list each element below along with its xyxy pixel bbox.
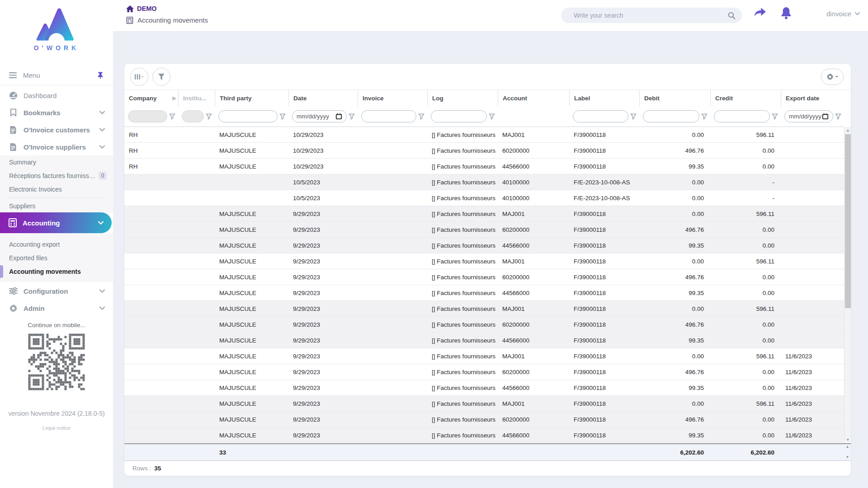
table-row[interactable]: MAJUSCULE9/29/2023[] Factures fournisseu… (124, 269, 844, 285)
export-date-filter-input[interactable]: mm/dd/yyyy (784, 110, 833, 122)
search-icon[interactable] (728, 12, 736, 19)
table-row[interactable]: MAJUSCULE9/29/2023[] Factures fournisseu… (124, 301, 844, 317)
menu-toggle[interactable]: Menu (0, 66, 113, 84)
column-header-label[interactable]: Label (569, 90, 639, 106)
funnel-icon[interactable] (418, 113, 425, 120)
sidebar-item-dashboard[interactable]: Dashboard (0, 87, 113, 104)
cell-third-party: MAJUSCULE (215, 127, 288, 142)
scroll-down-icon[interactable]: ▼ (844, 436, 851, 443)
table-row[interactable]: MAJUSCULE9/29/2023[] Factures fournisseu… (124, 317, 844, 333)
sidebar-item-suppliers[interactable]: Suppliers (0, 199, 113, 213)
sidebar-item-receptions-factures[interactable]: Réceptions factures fournisseurs 0 (0, 169, 113, 183)
calendar-icon[interactable] (335, 113, 342, 120)
funnel-icon[interactable] (835, 113, 841, 120)
column-header-debit[interactable]: Debit (639, 90, 710, 106)
table-row[interactable]: MAJUSCULE9/29/2023[] Factures fournisseu… (124, 396, 844, 412)
table-row[interactable]: MAJUSCULE9/29/2023[] Factures fournisseu… (124, 253, 844, 269)
credit-filter-input[interactable] (714, 110, 770, 122)
chevron-down-icon (98, 221, 104, 225)
sidebar-item-accounting[interactable]: Accounting (0, 212, 112, 233)
funnel-icon[interactable] (206, 113, 212, 120)
sidebar-item-accounting-movements[interactable]: Accounting movements (0, 265, 113, 278)
sidebar-item-electronic-invoices[interactable]: Electronic Invoices (0, 183, 113, 196)
table-settings-button[interactable] (821, 69, 844, 85)
scroll-up-icon[interactable]: ▲ (846, 445, 849, 449)
table-row[interactable]: 10/5/2023[] Factures fournisseurs4010000… (124, 174, 844, 190)
column-header-invoice[interactable]: Invoice (358, 90, 427, 106)
invoice-filter-input[interactable] (361, 110, 416, 122)
log-filter-input[interactable] (431, 110, 487, 122)
table-row[interactable]: MAJUSCULE9/29/2023[] Factures fournisseu… (124, 412, 844, 427)
calendar-icon[interactable] (822, 113, 829, 120)
table-row[interactable]: RHMAJUSCULE10/29/2023[] Factures fournis… (124, 143, 844, 159)
column-header-export-date[interactable]: Export date (781, 90, 844, 106)
cell-company (124, 333, 178, 348)
column-header-credit[interactable]: Credit (710, 90, 781, 106)
cell-log: [] Factures fournisseurs (427, 333, 498, 348)
chevron-down-icon (99, 111, 105, 114)
table-row[interactable]: MAJUSCULE9/29/2023[] Factures fournisseu… (124, 206, 844, 222)
table-row[interactable]: MAJUSCULE9/29/2023[] Factures fournisseu… (124, 222, 844, 238)
breadcrumb[interactable]: DEMO (126, 5, 157, 12)
scroll-down-icon[interactable]: ▼ (846, 455, 849, 459)
sidebar-item-exported-files[interactable]: Exported files (0, 251, 113, 265)
column-header-account[interactable]: Account (498, 90, 569, 106)
funnel-icon[interactable] (349, 113, 355, 120)
sidebar-item-oinvoice-suppliers[interactable]: O'Invoice suppliers (0, 138, 113, 155)
scrollbar-thumb[interactable] (845, 134, 851, 308)
funnel-icon[interactable] (630, 113, 637, 120)
column-header-company[interactable]: Company▶ (124, 90, 178, 106)
funnel-icon[interactable] (772, 113, 778, 120)
cell-invoice (358, 348, 427, 364)
column-header-log[interactable]: Log (427, 90, 498, 106)
sidebar-item-configuration[interactable]: Configuration (0, 282, 113, 300)
funnel-icon[interactable] (169, 113, 175, 120)
sidebar-item-summary[interactable]: Summary (0, 155, 113, 169)
search-input[interactable] (561, 12, 728, 19)
funnel-icon[interactable] (489, 113, 495, 120)
columns-button[interactable] (130, 68, 148, 86)
sidebar-item-accounting-export[interactable]: Accounting export (0, 238, 113, 251)
table-row[interactable]: MAJUSCULE9/29/2023[] Factures fournisseu… (124, 427, 844, 443)
expand-arrow-icon[interactable]: ▶ (173, 95, 176, 101)
date-filter-input[interactable]: mm/dd/yyyy (292, 110, 347, 122)
pin-icon[interactable] (97, 71, 104, 79)
table-row[interactable]: RHMAJUSCULE10/29/2023[] Factures fournis… (124, 127, 844, 143)
table-row[interactable]: MAJUSCULE9/29/2023[] Factures fournisseu… (124, 380, 844, 396)
share-icon[interactable] (753, 7, 767, 21)
column-header-institution[interactable]: Institu... (178, 90, 215, 106)
column-header-third-party[interactable]: Third party (215, 90, 288, 106)
cell-label: F/39000118 (569, 427, 639, 443)
funnel-icon[interactable] (279, 113, 286, 120)
legal-notice-link[interactable]: Legal notice (0, 425, 113, 431)
table-row[interactable]: MAJUSCULE9/29/2023[] Factures fournisseu… (124, 348, 844, 364)
funnel-icon[interactable] (701, 113, 708, 120)
table-row[interactable]: MAJUSCULE9/29/2023[] Factures fournisseu… (124, 285, 844, 301)
cell-institution (178, 412, 215, 427)
page-title-row: Accounting movements (126, 16, 208, 24)
sidebar-item-oinvoice-customers[interactable]: O'Invoice customers (0, 121, 113, 138)
table-row[interactable]: MAJUSCULE9/29/2023[] Factures fournisseu… (124, 333, 844, 348)
column-header-date[interactable]: Date (288, 90, 358, 106)
filter-button[interactable] (152, 68, 170, 86)
user-menu[interactable]: dinvoice (826, 10, 860, 18)
cell-debit: 0.00 (639, 301, 710, 316)
brand-wordmark: O'WORK (0, 44, 113, 52)
chevron-down-icon (99, 306, 105, 310)
third-party-filter-input[interactable] (218, 110, 278, 122)
bell-icon[interactable] (780, 6, 792, 22)
mobile-hint: Continue on mobile... (0, 322, 113, 328)
scroll-up-icon[interactable]: ▲ (844, 127, 851, 134)
table-row[interactable]: MAJUSCULE9/29/2023[] Factures fournisseu… (124, 238, 844, 253)
table-row[interactable]: 10/5/2023[] Factures fournisseurs4010000… (124, 190, 844, 206)
cell-export-date (781, 333, 844, 348)
label-filter-input[interactable] (573, 110, 628, 122)
summary-scrollbar[interactable]: ▲ ▼ (844, 445, 851, 459)
debit-filter-input[interactable] (643, 110, 699, 122)
vertical-scrollbar[interactable]: ▲ ▼ (844, 127, 851, 443)
table-row[interactable]: MAJUSCULE9/29/2023[] Factures fournisseu… (124, 364, 844, 380)
sidebar-item-admin[interactable]: Admin (0, 300, 113, 317)
cell-label: F/39000118 (569, 380, 639, 395)
table-row[interactable]: RHMAJUSCULE10/29/2023[] Factures fournis… (124, 159, 844, 174)
sidebar-item-bookmarks[interactable]: Bookmarks (0, 104, 113, 121)
